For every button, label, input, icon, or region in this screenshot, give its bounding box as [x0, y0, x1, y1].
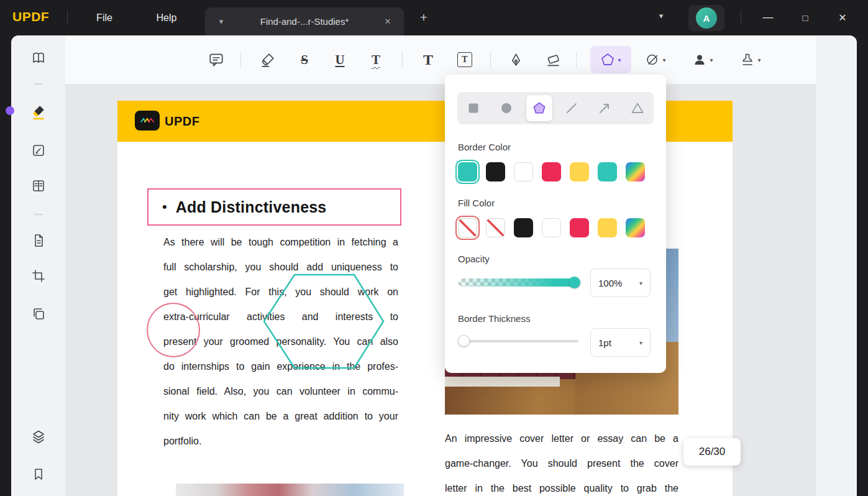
color-swatch[interactable] — [458, 218, 477, 237]
strikethrough-glyph: S — [301, 52, 308, 68]
color-swatch[interactable] — [458, 162, 477, 181]
color-swatch[interactable] — [570, 162, 589, 181]
divider — [741, 10, 741, 25]
strikethrough-tool[interactable]: S — [293, 48, 316, 71]
underline-tool[interactable]: U — [329, 48, 351, 71]
pentagon-icon — [600, 52, 615, 67]
comment-tool[interactable] — [205, 48, 227, 71]
doc-brand-text: UPDF — [165, 101, 199, 142]
chevron-down-icon[interactable]: ▾ — [652, 11, 670, 25]
close-button[interactable]: ✕ — [833, 9, 852, 26]
shapes-tool-active[interactable]: ▾ — [590, 46, 631, 73]
squiggly-glyph: T — [372, 52, 380, 68]
color-swatch[interactable] — [626, 218, 645, 237]
divider — [67, 10, 68, 25]
opacity-value: 100% — [598, 278, 622, 288]
logo-wave-icon — [139, 115, 155, 126]
thickness-dropdown[interactable]: 1pt ▾ — [590, 328, 651, 357]
thickness-slider[interactable] — [458, 340, 578, 342]
layers-panel-button[interactable] — [29, 427, 48, 446]
tab-close-icon[interactable]: ✕ — [381, 17, 394, 26]
edit-pen-icon — [31, 143, 46, 158]
chevron-down-icon[interactable]: ▾ — [710, 57, 713, 63]
new-tab-button[interactable]: + — [415, 9, 432, 26]
doc-heading: Add Distinctiveness — [176, 198, 327, 216]
ellipse-icon — [500, 102, 513, 114]
opacity-dropdown[interactable]: 100% ▾ — [590, 269, 651, 297]
text-line: game-changer. You should present the cov… — [445, 451, 678, 476]
eraser-icon — [546, 52, 561, 68]
shape-line-button[interactable] — [559, 95, 585, 121]
divider — [490, 52, 491, 68]
arrow-icon — [598, 102, 611, 114]
document-viewport[interactable]: UPDF • Add Distinctiveness As there will… — [65, 84, 816, 496]
hexagon-annotation[interactable] — [262, 272, 385, 370]
minimize-button[interactable]: — — [759, 9, 777, 26]
color-swatch[interactable] — [570, 218, 589, 237]
shape-arrow-button[interactable] — [592, 95, 618, 121]
line-icon — [565, 102, 578, 114]
stamp-tool[interactable]: ▾ — [733, 46, 769, 73]
text-glyph: T — [423, 52, 433, 68]
shape-triangle-button[interactable] — [624, 95, 651, 121]
doc-logo-chip — [135, 111, 160, 131]
chevron-down-icon: ▾ — [639, 280, 642, 287]
edit-pdf-button[interactable] — [29, 141, 48, 160]
text-line: portfolio. — [163, 429, 398, 454]
text-box-frame: T — [457, 52, 472, 67]
chevron-down-icon[interactable]: ▾ — [757, 57, 761, 63]
squiggly-underline-tool[interactable]: T — [365, 48, 387, 71]
pen-tool[interactable] — [505, 48, 527, 71]
shape-ellipse-button[interactable] — [493, 95, 519, 121]
color-swatch[interactable] — [598, 162, 617, 181]
opacity-label: Opacity — [458, 254, 490, 264]
chevron-down-icon[interactable]: ▾ — [662, 57, 665, 63]
shape-type-selector — [457, 92, 654, 124]
circle-annotation[interactable] — [147, 303, 200, 357]
title-bar: UPDF File Help ▾ Find-and-...r-Studies* … — [0, 0, 868, 35]
file-menu[interactable]: File — [86, 0, 123, 35]
chevron-down-icon[interactable]: ▾ — [618, 57, 621, 63]
account-button[interactable]: A — [688, 5, 724, 31]
page-view-button[interactable] — [29, 177, 48, 195]
text-box-tool[interactable]: T — [454, 48, 476, 71]
chevron-down-icon[interactable]: ▾ — [215, 17, 227, 26]
app-window: S U T T T ▾ — [11, 35, 857, 496]
color-swatch[interactable] — [486, 162, 505, 181]
highlight-tool[interactable] — [257, 48, 279, 71]
color-swatch[interactable] — [542, 162, 561, 181]
opacity-slider-knob[interactable] — [569, 277, 580, 288]
document-tab[interactable]: ▾ Find-and-...r-Studies* ✕ — [205, 7, 404, 35]
chevron-down-icon: ▾ — [639, 339, 642, 346]
document-icon — [31, 233, 46, 248]
heading-annotation-box[interactable]: • Add Distinctiveness — [147, 188, 401, 226]
organize-pages-button[interactable] — [29, 231, 48, 250]
reader-mode-button[interactable] — [29, 48, 48, 67]
person-icon — [692, 52, 707, 67]
signature-tool[interactable]: ▾ — [685, 46, 721, 73]
color-swatch[interactable] — [514, 162, 533, 181]
annotate-tool-button-active[interactable] — [29, 103, 48, 121]
page-indicator-badge[interactable]: 26/30 — [683, 438, 741, 466]
extract-pages-button[interactable] — [29, 305, 48, 323]
text-tool[interactable]: T — [417, 48, 439, 71]
thickness-slider-knob[interactable] — [458, 335, 470, 347]
color-swatch[interactable] — [514, 218, 533, 237]
eraser-tool[interactable] — [542, 48, 564, 71]
bookmarks-button[interactable] — [29, 465, 48, 484]
help-menu[interactable]: Help — [148, 0, 185, 35]
crop-tool-button[interactable] — [29, 267, 48, 285]
fill-color-swatches — [458, 218, 645, 237]
color-swatch[interactable] — [598, 218, 617, 237]
maximize-button[interactable]: □ — [796, 9, 815, 26]
freehand-tool[interactable]: ▾ — [637, 46, 674, 73]
color-swatch[interactable] — [626, 162, 645, 181]
opacity-slider[interactable] — [458, 278, 578, 287]
shape-rectangle-button[interactable] — [460, 95, 487, 121]
color-swatch[interactable] — [486, 218, 505, 237]
book-pages-icon — [31, 178, 46, 193]
shape-pentagon-button-selected[interactable] — [526, 95, 552, 121]
color-swatch[interactable] — [542, 218, 561, 237]
tab-title: Find-and-...r-Studies* — [227, 16, 381, 27]
pentagon-icon — [532, 101, 546, 115]
